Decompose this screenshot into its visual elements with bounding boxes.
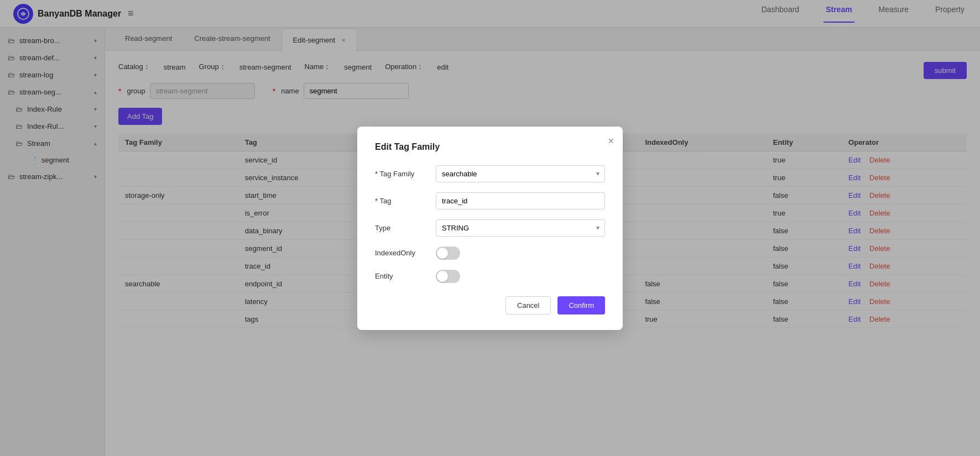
edit-tag-family-modal: × Edit Tag Family * Tag Family searchabl…	[357, 127, 623, 330]
entity-toggle[interactable]	[436, 270, 460, 283]
modal-entity-label: Entity	[375, 272, 436, 280]
modal-entity-field: Entity	[375, 270, 605, 283]
modal-tag-family-label: * Tag Family	[375, 170, 436, 178]
confirm-button[interactable]: Confirm	[557, 296, 605, 315]
modal-title: Edit Tag Family	[375, 142, 605, 152]
tag-input[interactable]	[436, 192, 605, 209]
modal-type-label: Type	[375, 224, 436, 232]
modal-close-button[interactable]: ×	[608, 135, 614, 147]
modal-footer: Cancel Confirm	[375, 296, 605, 315]
modal-tag-family-field: * Tag Family searchable storage-only ▾	[375, 165, 605, 182]
modal-indexed-only-field: IndexedOnly	[375, 247, 605, 260]
modal-tag-field: * Tag	[375, 192, 605, 209]
modal-type-field: Type STRING INT STRING_ARRAY ▾	[375, 219, 605, 237]
cancel-button[interactable]: Cancel	[505, 296, 551, 315]
tag-family-select[interactable]: searchable storage-only	[436, 165, 605, 182]
modal-indexed-only-label: IndexedOnly	[375, 249, 436, 257]
modal-tag-label: * Tag	[375, 197, 436, 205]
indexed-only-toggle[interactable]	[436, 247, 460, 260]
modal-overlay[interactable]: × Edit Tag Family * Tag Family searchabl…	[0, 0, 980, 456]
type-select[interactable]: STRING INT STRING_ARRAY	[436, 219, 605, 237]
